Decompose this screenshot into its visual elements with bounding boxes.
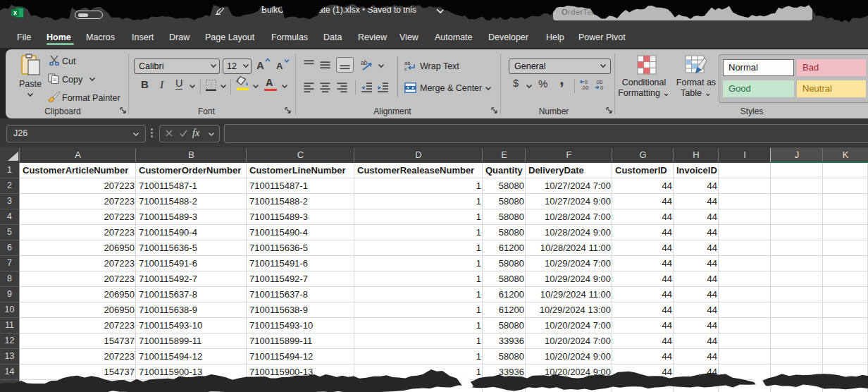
svg-text:ab: ab	[361, 59, 368, 66]
svg-text:.00: .00	[581, 85, 588, 90]
svg-text:c: c	[404, 66, 407, 71]
svg-text:0: 0	[600, 85, 603, 90]
